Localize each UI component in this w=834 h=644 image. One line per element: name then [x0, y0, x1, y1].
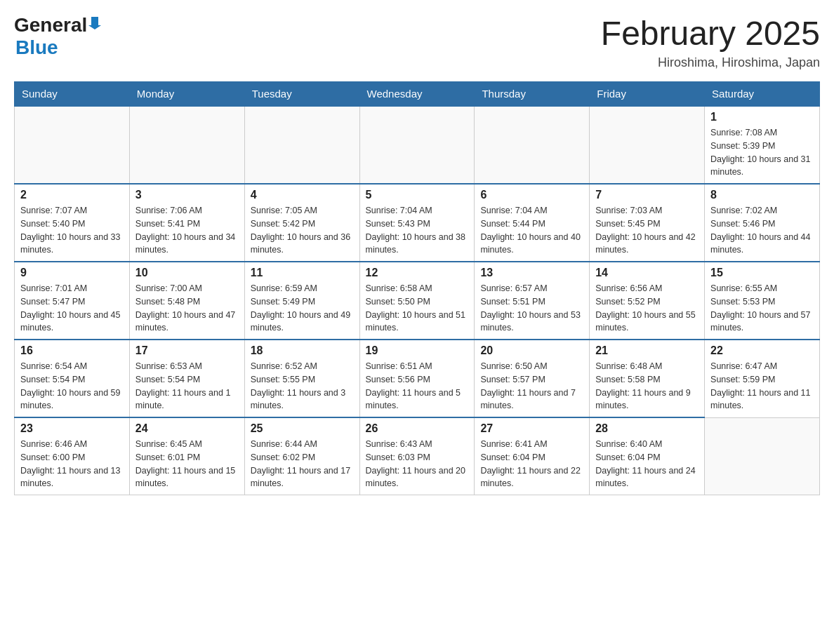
page-header: General Blue February 2025 Hiroshima, Hi…	[14, 14, 820, 70]
day-info: Sunrise: 7:02 AMSunset: 5:46 PMDaylight:…	[710, 204, 814, 257]
calendar-cell: 21Sunrise: 6:48 AMSunset: 5:58 PMDayligh…	[590, 340, 705, 417]
day-info: Sunrise: 7:08 AMSunset: 5:39 PMDaylight:…	[710, 126, 814, 179]
title-block: February 2025 Hiroshima, Hiroshima, Japa…	[601, 14, 820, 70]
calendar-cell	[15, 106, 130, 184]
day-number: 28	[595, 422, 699, 435]
calendar-header-sunday: Sunday	[15, 82, 130, 107]
day-number: 26	[366, 422, 469, 435]
calendar-cell	[359, 106, 475, 184]
logo-general: General	[14, 14, 87, 36]
day-info: Sunrise: 6:51 AMSunset: 5:56 PMDaylight:…	[366, 360, 469, 412]
logo-blue: Blue	[15, 36, 58, 58]
day-info: Sunrise: 7:01 AMSunset: 5:47 PMDaylight:…	[20, 282, 124, 335]
day-info: Sunrise: 7:04 AMSunset: 5:43 PMDaylight:…	[366, 204, 469, 257]
day-number: 13	[480, 267, 583, 279]
calendar-cell: 5Sunrise: 7:04 AMSunset: 5:43 PMDaylight…	[359, 184, 475, 262]
calendar-cell: 26Sunrise: 6:43 AMSunset: 6:03 PMDayligh…	[359, 417, 475, 495]
calendar-header-friday: Friday	[590, 82, 705, 107]
day-number: 6	[480, 189, 583, 201]
calendar-cell: 6Sunrise: 7:04 AMSunset: 5:44 PMDaylight…	[475, 184, 590, 262]
calendar-cell: 1Sunrise: 7:08 AMSunset: 5:39 PMDaylight…	[705, 106, 820, 184]
day-number: 3	[135, 189, 239, 201]
day-number: 17	[135, 344, 239, 357]
calendar-cell: 7Sunrise: 7:03 AMSunset: 5:45 PMDaylight…	[590, 184, 705, 262]
svg-marker-0	[88, 17, 101, 29]
calendar-cell: 12Sunrise: 6:58 AMSunset: 5:50 PMDayligh…	[359, 262, 475, 340]
day-number: 10	[135, 267, 239, 279]
calendar-cell: 24Sunrise: 6:45 AMSunset: 6:01 PMDayligh…	[129, 417, 244, 495]
logo-arrow-icon	[88, 17, 101, 32]
calendar-header-thursday: Thursday	[475, 82, 590, 107]
day-info: Sunrise: 6:54 AMSunset: 5:54 PMDaylight:…	[20, 360, 124, 412]
calendar-cell: 8Sunrise: 7:02 AMSunset: 5:46 PMDaylight…	[705, 184, 820, 262]
day-number: 15	[710, 267, 814, 279]
calendar-cell: 16Sunrise: 6:54 AMSunset: 5:54 PMDayligh…	[15, 340, 130, 417]
day-info: Sunrise: 6:57 AMSunset: 5:51 PMDaylight:…	[480, 282, 583, 335]
day-info: Sunrise: 6:53 AMSunset: 5:54 PMDaylight:…	[135, 360, 239, 412]
day-number: 18	[251, 344, 354, 357]
day-number: 21	[595, 344, 699, 357]
day-info: Sunrise: 6:52 AMSunset: 5:55 PMDaylight:…	[251, 360, 354, 412]
calendar-header-wednesday: Wednesday	[359, 82, 475, 107]
day-info: Sunrise: 7:07 AMSunset: 5:40 PMDaylight:…	[20, 204, 124, 257]
day-number: 9	[20, 267, 124, 279]
day-info: Sunrise: 7:03 AMSunset: 5:45 PMDaylight:…	[595, 204, 699, 257]
day-info: Sunrise: 6:59 AMSunset: 5:49 PMDaylight:…	[251, 282, 354, 335]
calendar-cell: 10Sunrise: 7:00 AMSunset: 5:48 PMDayligh…	[129, 262, 244, 340]
calendar-cell: 25Sunrise: 6:44 AMSunset: 6:02 PMDayligh…	[244, 417, 359, 495]
calendar-cell	[590, 106, 705, 184]
day-info: Sunrise: 6:40 AMSunset: 6:04 PMDaylight:…	[595, 438, 699, 490]
day-number: 12	[366, 267, 469, 279]
calendar-cell: 20Sunrise: 6:50 AMSunset: 5:57 PMDayligh…	[475, 340, 590, 417]
day-number: 19	[366, 344, 469, 357]
calendar-cell: 17Sunrise: 6:53 AMSunset: 5:54 PMDayligh…	[129, 340, 244, 417]
calendar-cell: 13Sunrise: 6:57 AMSunset: 5:51 PMDayligh…	[475, 262, 590, 340]
calendar-week-row: 16Sunrise: 6:54 AMSunset: 5:54 PMDayligh…	[15, 340, 820, 417]
calendar-cell: 19Sunrise: 6:51 AMSunset: 5:56 PMDayligh…	[359, 340, 475, 417]
month-title: February 2025	[601, 14, 820, 53]
day-number: 11	[251, 267, 354, 279]
day-number: 8	[710, 189, 814, 201]
day-number: 22	[710, 344, 814, 357]
calendar-cell	[244, 106, 359, 184]
day-info: Sunrise: 6:58 AMSunset: 5:50 PMDaylight:…	[366, 282, 469, 335]
calendar-cell: 4Sunrise: 7:05 AMSunset: 5:42 PMDaylight…	[244, 184, 359, 262]
day-number: 24	[135, 422, 239, 435]
calendar-cell	[129, 106, 244, 184]
calendar-cell: 22Sunrise: 6:47 AMSunset: 5:59 PMDayligh…	[705, 340, 820, 417]
calendar-cell: 2Sunrise: 7:07 AMSunset: 5:40 PMDaylight…	[15, 184, 130, 262]
calendar-week-row: 9Sunrise: 7:01 AMSunset: 5:47 PMDaylight…	[15, 262, 820, 340]
day-info: Sunrise: 6:44 AMSunset: 6:02 PMDaylight:…	[251, 438, 354, 490]
calendar-header-saturday: Saturday	[705, 82, 820, 107]
day-info: Sunrise: 6:55 AMSunset: 5:53 PMDaylight:…	[710, 282, 814, 335]
calendar-cell: 18Sunrise: 6:52 AMSunset: 5:55 PMDayligh…	[244, 340, 359, 417]
day-number: 2	[20, 189, 124, 201]
calendar-header-row: SundayMondayTuesdayWednesdayThursdayFrid…	[15, 82, 820, 107]
calendar-table: SundayMondayTuesdayWednesdayThursdayFrid…	[14, 81, 820, 495]
day-number: 20	[480, 344, 583, 357]
day-number: 25	[251, 422, 354, 435]
calendar-week-row: 1Sunrise: 7:08 AMSunset: 5:39 PMDaylight…	[15, 106, 820, 184]
day-number: 16	[20, 344, 124, 357]
day-info: Sunrise: 7:06 AMSunset: 5:41 PMDaylight:…	[135, 204, 239, 257]
day-info: Sunrise: 6:43 AMSunset: 6:03 PMDaylight:…	[366, 438, 469, 490]
day-info: Sunrise: 7:05 AMSunset: 5:42 PMDaylight:…	[251, 204, 354, 257]
calendar-cell	[475, 106, 590, 184]
calendar-cell: 14Sunrise: 6:56 AMSunset: 5:52 PMDayligh…	[590, 262, 705, 340]
day-number: 5	[366, 189, 469, 201]
day-info: Sunrise: 6:46 AMSunset: 6:00 PMDaylight:…	[20, 438, 124, 490]
day-info: Sunrise: 6:56 AMSunset: 5:52 PMDaylight:…	[595, 282, 699, 335]
calendar-cell: 15Sunrise: 6:55 AMSunset: 5:53 PMDayligh…	[705, 262, 820, 340]
calendar-header-tuesday: Tuesday	[244, 82, 359, 107]
calendar-cell: 11Sunrise: 6:59 AMSunset: 5:49 PMDayligh…	[244, 262, 359, 340]
day-number: 23	[20, 422, 124, 435]
day-info: Sunrise: 6:45 AMSunset: 6:01 PMDaylight:…	[135, 438, 239, 490]
day-info: Sunrise: 7:00 AMSunset: 5:48 PMDaylight:…	[135, 282, 239, 335]
calendar-cell: 9Sunrise: 7:01 AMSunset: 5:47 PMDaylight…	[15, 262, 130, 340]
calendar-cell: 23Sunrise: 6:46 AMSunset: 6:00 PMDayligh…	[15, 417, 130, 495]
day-info: Sunrise: 6:47 AMSunset: 5:59 PMDaylight:…	[710, 360, 814, 412]
calendar-week-row: 23Sunrise: 6:46 AMSunset: 6:00 PMDayligh…	[15, 417, 820, 495]
day-number: 27	[480, 422, 583, 435]
day-number: 7	[595, 189, 699, 201]
day-number: 1	[710, 111, 814, 123]
